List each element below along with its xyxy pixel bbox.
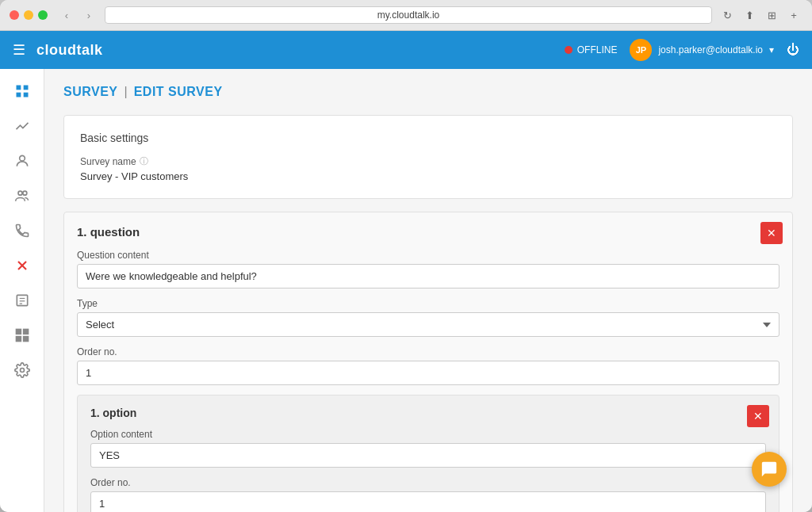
forward-button[interactable]: ›	[79, 7, 98, 23]
status-badge: OFFLINE	[565, 44, 618, 55]
app-container: ☰ cloudtalk OFFLINE JP josh.parker@cloud…	[0, 31, 812, 512]
offline-dot	[565, 46, 573, 54]
sidebar-item-dashboard[interactable]	[6, 75, 38, 107]
chat-fab[interactable]	[752, 452, 787, 487]
svg-point-5	[18, 191, 22, 195]
breadcrumb: SURVEY | EDIT SURVEY	[63, 85, 793, 99]
info-icon[interactable]: ⓘ	[140, 155, 148, 167]
sidebar-item-recordings[interactable]	[6, 285, 38, 316]
question-type-label: Type	[77, 298, 779, 309]
svg-rect-13	[15, 329, 21, 335]
sidebar-item-survey[interactable]	[6, 250, 38, 281]
top-bar-right: OFFLINE JP josh.parker@cloudtalk.io ▾ ⏻	[565, 39, 799, 61]
survey-name-group: Survey name ⓘ Survey - VIP customers	[80, 155, 776, 182]
top-bar: ☰ cloudtalk OFFLINE JP josh.parker@cloud…	[0, 31, 812, 69]
question-order-label: Order no.	[77, 346, 779, 357]
svg-rect-2	[16, 93, 21, 97]
question-card: 1. question ✕ Question content Type Sele…	[63, 212, 793, 512]
close-traffic-light[interactable]	[10, 10, 19, 20]
question-type-select[interactable]: Select Rating Text Yes/No	[77, 312, 779, 337]
back-button[interactable]: ‹	[57, 7, 76, 23]
traffic-lights	[10, 10, 48, 20]
question-type-group: Type Select Rating Text Yes/No	[77, 298, 779, 337]
survey-name-value: Survey - VIP customers	[80, 170, 776, 182]
svg-point-4	[19, 155, 25, 161]
option-card: 1. option ✕ Option content Order no.	[77, 395, 779, 512]
avatar: JP	[630, 39, 652, 61]
browser-chrome: ‹ › my.cloudtalk.io ↻ ⬆ ⊞ +	[0, 0, 812, 31]
breadcrumb-edit: EDIT SURVEY	[134, 85, 223, 99]
question-content-input[interactable]	[77, 264, 779, 288]
power-button[interactable]: ⏻	[787, 43, 799, 57]
question-content-label: Question content	[77, 250, 779, 261]
status-text: OFFLINE	[577, 44, 618, 55]
option-content-group: Option content	[90, 429, 766, 468]
browser-frame: ‹ › my.cloudtalk.io ↻ ⬆ ⊞ + ☰ cloudtalk …	[0, 0, 812, 512]
option-order-group: Order no.	[90, 477, 766, 512]
page-area: SURVEY | EDIT SURVEY Basic settings Surv…	[44, 69, 812, 512]
browser-actions: ↻ ⬆ ⊞ +	[718, 7, 802, 23]
address-bar[interactable]: my.cloudtalk.io	[105, 6, 712, 24]
refresh-button[interactable]: ↻	[718, 7, 736, 23]
sidebar	[0, 69, 44, 512]
delete-option-button[interactable]: ✕	[747, 405, 769, 427]
sidebar-item-analytics[interactable]	[6, 110, 38, 142]
sidebar-item-contacts[interactable]	[6, 145, 38, 177]
option-content-label: Option content	[90, 429, 766, 440]
sidebar-item-integrations[interactable]	[6, 319, 38, 351]
minimize-traffic-light[interactable]	[24, 10, 33, 20]
svg-point-6	[22, 191, 26, 195]
breadcrumb-survey[interactable]: SURVEY	[63, 85, 118, 99]
option-order-input[interactable]	[90, 491, 766, 512]
hamburger-menu[interactable]: ☰	[13, 41, 25, 59]
new-tab-button[interactable]: ⊞	[763, 7, 780, 23]
sidebar-item-phone[interactable]	[6, 215, 38, 246]
sidebar-item-groups[interactable]	[6, 180, 38, 212]
basic-settings-title: Basic settings	[80, 132, 776, 144]
main-content: SURVEY | EDIT SURVEY Basic settings Surv…	[0, 69, 812, 512]
svg-rect-16	[22, 336, 29, 342]
question-order-input[interactable]	[77, 361, 779, 385]
svg-point-17	[20, 369, 24, 373]
svg-rect-15	[15, 336, 21, 342]
question-content-group: Question content	[77, 250, 779, 288]
user-menu[interactable]: JP josh.parker@cloudtalk.io ▾	[630, 39, 774, 61]
fullscreen-traffic-light[interactable]	[38, 10, 48, 20]
option-header: 1. option	[90, 407, 766, 419]
share-button[interactable]: ⬆	[741, 7, 758, 23]
more-button[interactable]: +	[785, 7, 802, 23]
nav-buttons: ‹ ›	[57, 7, 98, 23]
question-header: 1. question	[77, 225, 779, 239]
svg-rect-14	[22, 329, 29, 335]
sidebar-item-settings[interactable]	[6, 354, 38, 386]
logo: cloudtalk	[36, 42, 103, 59]
breadcrumb-separator: |	[124, 85, 128, 99]
question-order-group: Order no.	[77, 346, 779, 385]
delete-question-button[interactable]: ✕	[760, 222, 783, 244]
svg-rect-3	[23, 93, 28, 97]
option-order-label: Order no.	[90, 477, 766, 488]
user-email: josh.parker@cloudtalk.io	[658, 44, 763, 55]
svg-rect-0	[16, 86, 21, 90]
svg-rect-1	[23, 86, 28, 90]
chevron-down-icon: ▾	[769, 44, 774, 55]
option-content-input[interactable]	[90, 443, 766, 468]
survey-name-label: Survey name ⓘ	[80, 155, 776, 167]
basic-settings-card: Basic settings Survey name ⓘ Survey - VI…	[63, 115, 793, 199]
